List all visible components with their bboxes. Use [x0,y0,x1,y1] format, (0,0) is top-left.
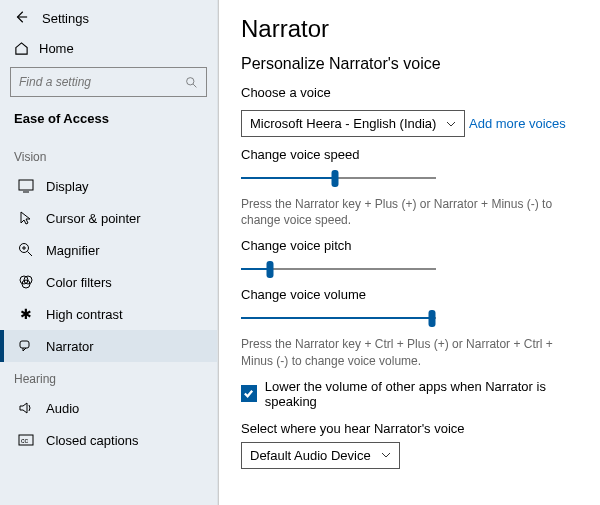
sidebar-item-highcontrast[interactable]: ✱ High contrast [0,298,217,330]
app-title: Settings [42,11,89,26]
sidebar-heading: Ease of Access [0,107,217,140]
group-hearing: Hearing [0,362,217,392]
sidebar-item-display[interactable]: Display [0,170,217,202]
volume-hint: Press the Narrator key + Ctrl + Plus (+)… [241,336,571,368]
speed-hint: Press the Narrator key + Plus (+) or Nar… [241,196,571,228]
svg-line-1 [193,84,196,87]
svg-line-5 [28,252,33,257]
svg-point-0 [187,77,194,84]
home-button[interactable]: Home [0,35,217,62]
colorfilters-icon [18,274,34,290]
page-title: Narrator [241,15,578,43]
sidebar: Settings Home Ease of Access Vision Disp… [0,0,218,505]
sidebar-item-label: Narrator [46,339,94,354]
sidebar-item-label: Cursor & pointer [46,211,141,226]
chevron-down-icon [381,450,391,460]
output-select-value: Default Audio Device [250,448,371,463]
sidebar-item-label: High contrast [46,307,123,322]
section-subhead: Personalize Narrator's voice [241,55,578,73]
chevron-down-icon [446,119,456,129]
output-label: Select where you hear Narrator's voice [241,421,578,436]
speed-label: Change voice speed [241,147,578,162]
sidebar-item-audio[interactable]: Audio [0,392,217,424]
pitch-label: Change voice pitch [241,238,578,253]
sidebar-item-label: Magnifier [46,243,99,258]
checkmark-icon [243,388,254,399]
group-vision: Vision [0,140,217,170]
audio-icon [18,400,34,416]
sidebar-item-cursor[interactable]: Cursor & pointer [0,202,217,234]
voice-select-value: Microsoft Heera - English (India) [250,116,436,131]
main-content: Narrator Personalize Narrator's voice Ch… [218,0,600,505]
narrator-icon [18,338,34,354]
lower-volume-checkbox[interactable] [241,385,257,402]
volume-slider[interactable] [241,308,436,328]
highcontrast-icon: ✱ [18,306,34,322]
closedcaptions-icon: cc [18,432,34,448]
sidebar-item-colorfilters[interactable]: Color filters [0,266,217,298]
sidebar-item-label: Closed captions [46,433,139,448]
sidebar-item-label: Display [46,179,89,194]
pitch-slider[interactable] [241,259,436,279]
add-more-voices-link[interactable]: Add more voices [469,116,566,131]
display-icon [18,178,34,194]
lower-volume-label: Lower the volume of other apps when Narr… [265,379,578,409]
sidebar-item-magnifier[interactable]: Magnifier [0,234,217,266]
svg-rect-11 [20,341,29,348]
output-select[interactable]: Default Audio Device [241,442,400,469]
magnifier-icon [18,242,34,258]
volume-label: Change voice volume [241,287,578,302]
speed-slider[interactable] [241,168,436,188]
sidebar-item-narrator[interactable]: Narrator [0,330,217,362]
cursor-icon [18,210,34,226]
sidebar-item-label: Audio [46,401,79,416]
svg-rect-2 [19,180,33,190]
svg-text:cc: cc [21,437,29,444]
sidebar-item-label: Color filters [46,275,112,290]
voice-select[interactable]: Microsoft Heera - English (India) [241,110,465,137]
home-icon [14,41,29,56]
home-label: Home [39,41,74,56]
choose-voice-label: Choose a voice [241,85,578,100]
search-input[interactable] [10,67,207,97]
sidebar-item-closedcaptions[interactable]: cc Closed captions [0,424,217,456]
back-button[interactable] [14,10,28,27]
search-icon [185,76,198,89]
